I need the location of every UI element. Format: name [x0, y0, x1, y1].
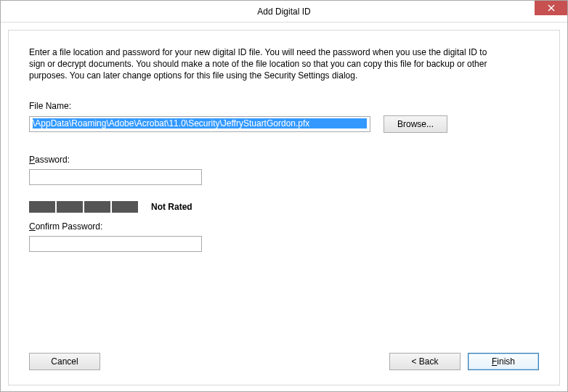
password-label: Password: [29, 155, 539, 165]
back-button[interactable]: < Back [389, 353, 461, 370]
titlebar: Add Digital ID [1, 1, 567, 23]
strength-segment [57, 201, 83, 213]
close-icon [548, 4, 555, 12]
file-name-row: \AppData\Roaming\Adobe\Acrobat\11.0\Secu… [29, 115, 539, 133]
browse-button[interactable]: Browse... [384, 115, 447, 133]
button-bar: Cancel < Back Finish [29, 353, 539, 370]
cancel-button[interactable]: Cancel [29, 353, 100, 370]
window-title: Add Digital ID [257, 7, 310, 17]
file-name-value: \AppData\Roaming\Adobe\Acrobat\11.0\Secu… [33, 118, 367, 128]
finish-button[interactable]: Finish [468, 353, 539, 370]
password-strength-meter [29, 201, 138, 213]
confirm-password-input[interactable] [29, 236, 202, 252]
add-digital-id-window: Add Digital ID Enter a file location and… [0, 0, 568, 392]
password-strength-row: Not Rated [29, 201, 539, 213]
nav-buttons: < Back Finish [389, 353, 539, 370]
confirm-password-label: Confirm Password: [29, 221, 539, 232]
strength-segment [112, 201, 138, 213]
password-strength-label: Not Rated [151, 202, 192, 212]
close-button[interactable] [535, 1, 567, 15]
file-name-label: File Name: [29, 101, 539, 111]
description-text: Enter a file location and password for y… [29, 46, 494, 82]
password-input[interactable] [29, 169, 202, 185]
file-name-input[interactable]: \AppData\Roaming\Adobe\Acrobat\11.0\Secu… [29, 116, 370, 132]
strength-segment [29, 201, 55, 213]
content-panel: Enter a file location and password for y… [8, 30, 560, 385]
content-outer: Enter a file location and password for y… [1, 23, 567, 391]
strength-segment [84, 201, 110, 213]
